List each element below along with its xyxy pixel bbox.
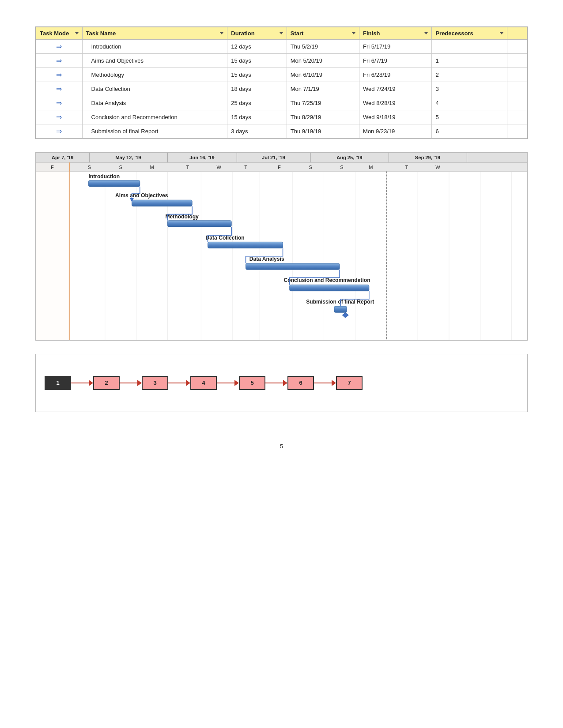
finish-cell: Wed 8/28/19 [359,96,432,110]
network-node-6: 6 [287,376,314,390]
table-row: ⇒Aims and Objectives15 daysMon 5/20/19Fr… [36,54,527,68]
sort-arrow-task-name[interactable] [220,32,223,34]
network-arrow-6 [314,380,336,386]
start-cell: Mon 6/10/19 [287,68,359,82]
start-cell: Thu 8/29/19 [287,110,359,124]
extra-cell [507,96,527,110]
task-name-cell: Aims and Objectives [82,54,227,68]
gantt-label-intro: Introduction [88,173,120,180]
finish-cell: Mon 9/23/19 [359,124,432,139]
table-row: ⇒Conclusion and Recommendetion15 daysThu… [36,110,527,124]
finish-cell: Fri 6/28/19 [359,68,432,82]
svg-text:W: W [217,165,222,170]
start-cell: Thu 9/19/19 [287,124,359,139]
predecessors-cell: 5 [432,110,507,124]
task-icon: ⇒ [56,57,62,64]
duration-cell: 25 days [227,96,287,110]
table-row: ⇒Methodology15 daysMon 6/10/19Fri 6/28/1… [36,68,527,82]
svg-text:S: S [340,165,343,170]
gantt-chart: Apr 7, '19 May 12, '19 Jun 16, '19 Jul 2… [35,152,528,341]
gantt-label-conclusion: Conclusion and Recommendetion [284,277,370,283]
gantt-label-submission: Submission of final Report [306,299,374,305]
gantt-bar-aims [132,200,193,206]
sort-arrow-task-mode[interactable] [75,32,79,34]
gantt-label-dataanalysis: Data Analysis [249,256,284,262]
network-diagram: 1234567 [45,368,514,398]
extra-cell [507,54,527,68]
svg-text:T: T [405,165,408,170]
predecessors-cell: 4 [432,96,507,110]
gantt-bar-dataanalysis [246,263,340,270]
extra-cell [507,110,527,124]
task-name-cell: Conclusion and Recommendetion [82,110,227,124]
svg-text:S: S [88,165,91,170]
col-header-extra [507,27,527,40]
table-row: ⇒Submission of final Report3 daysThu 9/1… [36,124,527,139]
sort-arrow-finish[interactable] [424,32,428,34]
network-node-4: 4 [190,376,217,390]
extra-cell [507,82,527,96]
task-mode-cell: ⇒ [36,40,83,54]
finish-cell: Wed 9/18/19 [359,110,432,124]
duration-cell: 15 days [227,110,287,124]
task-icon: ⇒ [56,113,62,121]
sort-arrow-predecessors[interactable] [500,32,503,34]
svg-text:T: T [186,165,189,170]
svg-text:F: F [278,165,281,170]
task-name-cell: Introduction [82,40,227,54]
duration-cell: 12 days [227,40,287,54]
gantt-bar-intro [88,180,140,187]
finish-cell: Fri 6/7/19 [359,54,432,68]
duration-cell: 15 days [227,54,287,68]
predecessors-cell: 6 [432,124,507,139]
gantt-bar-conclusion [290,285,369,291]
table-row: ⇒Data Analysis25 daysThu 7/25/19Wed 8/28… [36,96,527,110]
task-icon: ⇒ [56,43,62,50]
task-mode-cell: ⇒ [36,68,83,82]
col-header-start: Start [287,27,359,40]
month-may: May 12, '19 [115,155,141,160]
table-row: ⇒Introduction12 daysThu 5/2/19Fri 5/17/1… [36,40,527,54]
duration-cell: 18 days [227,82,287,96]
svg-text:F: F [51,165,54,170]
gantt-label-aims: Aims and Objectives [115,192,168,199]
gantt-bar-datacollection [208,242,283,248]
extra-cell [507,124,527,139]
task-name-cell: Methodology [82,68,227,82]
month-apr: Apr 7, '19 [52,155,74,160]
predecessors-cell [432,40,507,54]
network-arrow-4 [217,380,239,386]
task-name-cell: Data Analysis [82,96,227,110]
page-number: 5 [280,443,283,450]
start-cell: Mon 7/1/19 [287,82,359,96]
month-aug: Aug 25, '19 [336,155,362,160]
task-icon: ⇒ [56,128,62,135]
task-name-cell: Data Collection [82,82,227,96]
task-icon: ⇒ [56,71,62,79]
month-sep: Sep 29, '19 [415,155,440,160]
network-diagram-wrapper: 1234567 [35,354,528,412]
sort-arrow-start[interactable] [352,32,355,34]
col-header-task-name: Task Name [82,27,227,40]
project-table: Task Mode Task Name Duration [35,26,528,139]
col-header-duration: Duration [227,27,287,40]
month-jun: Jun 16, '19 [189,155,214,160]
svg-text:S: S [309,165,312,170]
svg-text:M: M [369,165,373,170]
sort-arrow-duration[interactable] [280,32,283,34]
finish-cell: Wed 7/24/19 [359,82,432,96]
task-mode-cell: ⇒ [36,54,83,68]
task-mode-cell: ⇒ [36,96,83,110]
task-name-cell: Submission of final Report [82,124,227,139]
network-node-3: 3 [142,376,168,390]
svg-text:T: T [244,165,247,170]
table-row: ⇒Data Collection18 daysMon 7/1/19Wed 7/2… [36,82,527,96]
predecessors-cell: 2 [432,68,507,82]
task-icon: ⇒ [56,85,62,93]
task-mode-cell: ⇒ [36,82,83,96]
network-node-7: 7 [336,376,363,390]
network-node-5: 5 [239,376,265,390]
svg-text:W: W [435,165,440,170]
task-mode-cell: ⇒ [36,124,83,139]
task-icon: ⇒ [56,99,62,107]
